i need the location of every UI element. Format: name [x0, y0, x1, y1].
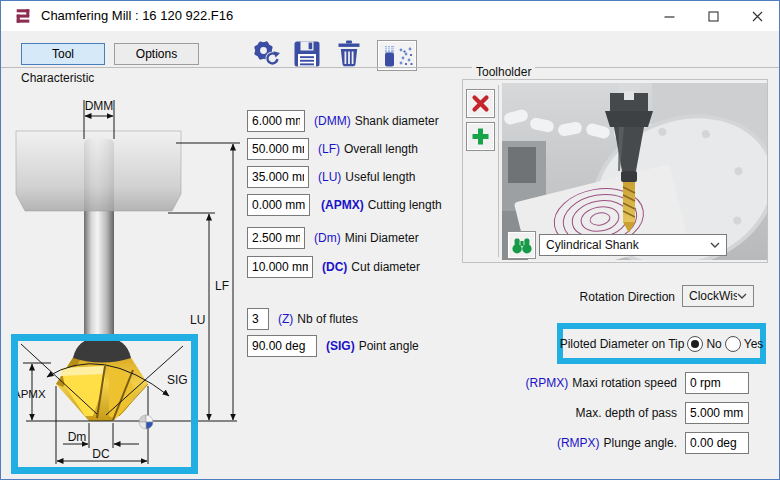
toolholder-group-label: Toolholder	[472, 65, 535, 79]
flutes-input[interactable]	[247, 308, 269, 330]
app-logo-icon	[13, 7, 33, 25]
dm-label: Dm	[68, 430, 87, 444]
titlebar: Chamfering Mill : 16 120 922.F16	[1, 1, 779, 31]
characteristic-section-label: Characteristic	[21, 71, 94, 85]
field-label: (SIG)Point angle	[326, 335, 419, 357]
max-depth-of-pass-label: Max. depth of pass	[481, 405, 677, 421]
mini-diameter-input[interactable]	[247, 227, 305, 249]
settings-sync-icon[interactable]	[251, 38, 283, 67]
delete-icon[interactable]	[336, 40, 362, 67]
search-toolholder-button[interactable]	[507, 231, 536, 259]
useful-length-input[interactable]	[247, 166, 309, 188]
maximize-button[interactable]	[691, 1, 735, 31]
chevron-down-icon	[710, 242, 720, 248]
cutting-length-input[interactable]	[247, 194, 310, 216]
piloted-yes-radio[interactable]	[725, 336, 741, 352]
field-row: (LU)Useful length	[1, 166, 471, 188]
field-row: (DC)Cut diameter	[1, 256, 471, 278]
app-window: Chamfering Mill : 16 120 922.F16 Tool Op…	[0, 0, 780, 480]
field-row: (APMX)Cutting length	[1, 194, 471, 216]
remove-toolholder-button[interactable]	[466, 89, 495, 118]
field-row: (SIG)Point angle	[1, 335, 471, 357]
save-icon[interactable]	[293, 40, 320, 67]
add-toolholder-button[interactable]	[466, 122, 495, 151]
overall-length-input[interactable]	[247, 138, 309, 160]
field-label: (DC)Cut diameter	[322, 256, 420, 278]
piloted-diameter-label: Piloted Diameter on Tip	[560, 337, 685, 351]
rotation-direction-value: ClockWise	[689, 289, 737, 303]
field-label: (Dm)Mini Diameter	[314, 227, 419, 249]
shank-type-value: Cylindrical Shank	[546, 238, 710, 252]
rotation-direction-label: Rotation Direction	[481, 289, 675, 305]
field-row: (Dm)Mini Diameter	[1, 227, 471, 249]
shank-type-select[interactable]: Cylindrical Shank	[539, 234, 727, 256]
piloted-yes-label: Yes	[744, 337, 764, 351]
piloted-no-label: No	[706, 337, 721, 351]
field-row: (LF)Overall length	[1, 138, 471, 160]
dc-label: DC	[92, 447, 110, 461]
field-label: (APMX)Cutting length	[321, 194, 442, 216]
rotation-direction-select[interactable]: ClockWise	[682, 285, 754, 307]
shank-diameter-input[interactable]	[247, 110, 305, 132]
plunge-angle-label: (RMPX)Plunge angle.	[481, 435, 677, 451]
maxi-rotation-speed-label: (RPMX)Maxi rotation speed	[481, 375, 677, 391]
field-label: (LU)Useful length	[318, 166, 415, 188]
piloted-diameter-highlight: Piloted Diameter on Tip No Yes	[557, 323, 766, 364]
tab-tool[interactable]: Tool	[21, 43, 105, 65]
tab-options[interactable]: Options	[114, 43, 199, 65]
window-controls	[647, 1, 779, 31]
toolholder-divider	[498, 85, 499, 257]
field-code: (DMM)	[314, 114, 351, 128]
cut-diameter-input[interactable]	[247, 256, 313, 278]
lf-label: LF	[215, 279, 229, 293]
close-button[interactable]	[735, 1, 779, 31]
field-label: (DMM)Shank diameter	[314, 110, 439, 132]
point-angle-input[interactable]	[247, 335, 317, 357]
sig-label: SIG	[167, 373, 188, 387]
toolbar-separator	[1, 67, 779, 68]
binoculars-icon	[512, 237, 532, 254]
max-depth-of-pass-input[interactable]	[685, 402, 749, 424]
plunge-angle-input[interactable]	[685, 432, 749, 454]
chevron-down-icon	[737, 293, 747, 299]
window-title: Chamfering Mill : 16 120 922.F16	[41, 1, 233, 31]
field-row: (DMM)Shank diameter	[1, 110, 471, 132]
minimize-button[interactable]	[647, 1, 691, 31]
origin-marker	[139, 415, 153, 429]
field-label: (Z)Nb of flutes	[278, 308, 358, 330]
maxi-rotation-speed-input[interactable]	[685, 372, 749, 394]
piloted-no-radio[interactable]	[687, 336, 703, 352]
field-label: (LF)Overall length	[318, 138, 418, 160]
field-row: (Z)Nb of flutes	[1, 308, 471, 330]
